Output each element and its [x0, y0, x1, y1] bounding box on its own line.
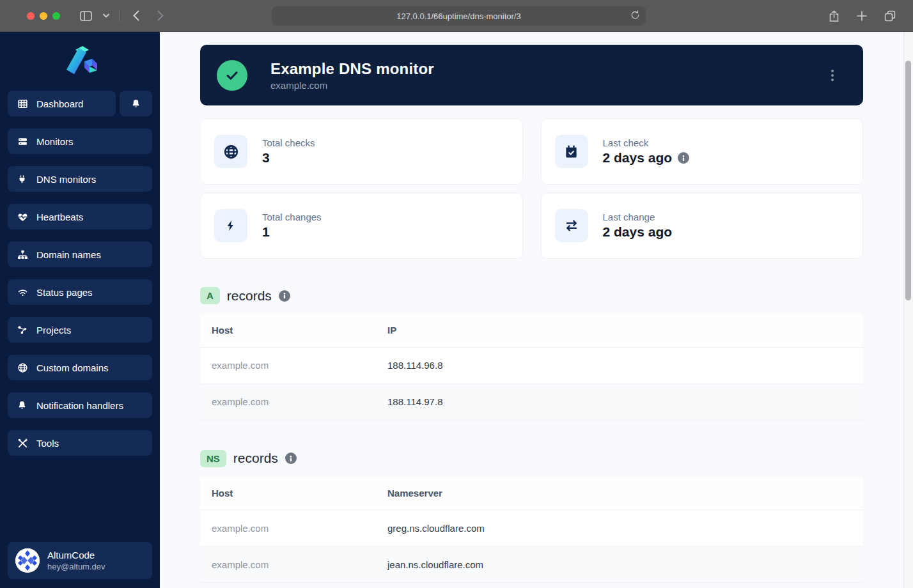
monitor-options-icon[interactable]	[827, 66, 838, 85]
stat-label: Last check	[603, 137, 690, 148]
sidebar-item-domain-names[interactable]: Domain names	[8, 242, 152, 267]
table-row: example.com 188.114.96.8	[200, 347, 863, 383]
stat-label: Total checks	[262, 137, 315, 148]
cell-ip: 188.114.96.8	[376, 347, 863, 383]
wifi-icon	[17, 287, 28, 298]
sidebar-toggle-icon[interactable]	[77, 7, 95, 25]
cell-host: example.com	[200, 383, 376, 420]
stat-card-total-checks: Total checks 3	[200, 118, 523, 185]
server-icon	[17, 136, 28, 147]
sidebar-item-monitors[interactable]: Monitors	[8, 128, 152, 154]
minimize-window-button[interactable]	[40, 12, 47, 20]
column-header-host: Host	[200, 314, 376, 347]
plug-icon	[17, 174, 28, 185]
record-type-badge: A	[200, 287, 220, 304]
browser-toolbar: 127.0.0.1/66uptime/dns-monitor/3	[0, 0, 913, 32]
user-email: hey@altum.dev	[47, 562, 105, 571]
sidebar-item-label: Heartbeats	[36, 212, 83, 222]
calendar-check-icon	[555, 135, 588, 168]
table-row: example.com 188.114.97.8	[200, 383, 863, 420]
scrollbar-thumb[interactable]	[905, 61, 911, 300]
sidebar-item-label: Monitors	[36, 136, 74, 147]
notifications-button[interactable]	[120, 91, 152, 116]
bell-icon	[131, 98, 141, 109]
cell-ip: 188.114.97.8	[376, 383, 863, 420]
stat-value: 2 days ago	[603, 224, 673, 240]
stat-card-last-change: Last change 2 days ago	[541, 192, 864, 259]
forward-button[interactable]	[152, 7, 169, 25]
address-bar-url: 127.0.0.1/66uptime/dns-monitor/3	[396, 12, 520, 21]
info-icon[interactable]	[279, 290, 290, 302]
zoom-window-button[interactable]	[52, 12, 60, 20]
sidebar-item-dns-monitors[interactable]: DNS monitors	[8, 166, 152, 192]
tools-icon	[17, 438, 28, 449]
sidebar-item-tools[interactable]: Tools	[8, 430, 152, 456]
cell-host: example.com	[200, 510, 376, 546]
cell-nameserver: jean.ns.cloudflare.com	[376, 546, 863, 583]
close-window-button[interactable]	[27, 12, 35, 20]
app-window: 127.0.0.1/66uptime/dns-monitor/3	[0, 0, 913, 588]
monitor-title: Example DNS monitor	[270, 60, 434, 78]
user-name: AltumCode	[47, 550, 105, 561]
table-row: example.com greg.ns.cloudflare.com	[200, 510, 863, 546]
records-title: records	[227, 288, 272, 304]
arrows-right-left-icon	[555, 209, 588, 242]
sidebar: Dashboard	[0, 32, 160, 588]
stat-value: 3	[262, 150, 315, 166]
monitor-header-card: Example DNS monitor example.com	[200, 45, 863, 105]
info-icon[interactable]	[678, 152, 689, 164]
a-records-table: Host IP example.com 188.114.96.8 example…	[200, 314, 863, 421]
account-menu[interactable]: AltumCode hey@altum.dev	[8, 542, 152, 579]
new-tab-icon[interactable]	[853, 7, 871, 25]
sidebar-item-notification-handlers[interactable]: Notification handlers	[8, 392, 152, 418]
sidebar-item-label: Projects	[36, 325, 71, 336]
cell-nameserver: greg.ns.cloudflare.com	[376, 510, 863, 546]
share-icon[interactable]	[825, 7, 843, 25]
stat-card-last-check: Last check 2 days ago	[541, 118, 864, 185]
tab-overview-icon[interactable]	[881, 7, 899, 25]
stat-label: Total changes	[262, 212, 322, 222]
ns-records-section: NS records Host Nameserver	[200, 450, 863, 584]
reload-icon[interactable]	[630, 10, 640, 20]
sitemap-icon	[17, 249, 28, 260]
ns-records-table: Host Nameserver example.com greg.ns.clou…	[200, 477, 863, 584]
toolbar-divider	[119, 10, 120, 22]
sidebar-item-label: Tools	[36, 438, 59, 449]
stat-label: Last change	[603, 212, 673, 222]
stat-value: 1	[262, 224, 322, 240]
sidebar-item-dashboard[interactable]: Dashboard	[8, 91, 116, 116]
share-nodes-icon	[17, 325, 28, 336]
chevron-down-icon[interactable]	[101, 7, 111, 25]
column-header-nameserver: Nameserver	[376, 477, 863, 510]
bell-icon	[17, 400, 28, 411]
sidebar-item-status-pages[interactable]: Status pages	[8, 279, 152, 305]
sidebar-item-heartbeats[interactable]: Heartbeats	[8, 204, 152, 229]
globe-icon	[214, 135, 247, 168]
sidebar-item-label: Notification handlers	[36, 400, 123, 411]
back-button[interactable]	[127, 7, 145, 25]
info-icon[interactable]	[285, 453, 297, 464]
grid-icon	[17, 98, 28, 109]
a-records-section: A records Host IP	[200, 287, 863, 421]
window-controls	[27, 12, 60, 20]
sidebar-item-projects[interactable]: Projects	[8, 317, 152, 343]
bolt-icon	[214, 209, 247, 242]
column-header-ip: IP	[376, 314, 863, 347]
avatar	[15, 548, 40, 573]
sidebar-item-label: Status pages	[36, 287, 93, 298]
main-content: Example DNS monitor example.com Total ch…	[160, 32, 913, 588]
app-logo[interactable]	[8, 40, 152, 91]
globe-icon	[17, 362, 28, 373]
stats-grid: Total checks 3 Last check	[200, 118, 863, 259]
sidebar-item-custom-domains[interactable]: Custom domains	[8, 355, 152, 380]
cell-host: example.com	[200, 546, 376, 583]
stat-value: 2 days ago	[603, 150, 673, 166]
stat-card-total-changes: Total changes 1	[200, 192, 523, 259]
sidebar-item-label: Domain names	[36, 249, 101, 260]
monitor-domain: example.com	[270, 80, 434, 91]
scrollbar-track[interactable]	[903, 32, 913, 588]
address-bar[interactable]: 127.0.0.1/66uptime/dns-monitor/3	[272, 6, 646, 26]
cell-host: example.com	[200, 347, 376, 383]
table-row: example.com jean.ns.cloudflare.com	[200, 546, 863, 583]
records-title: records	[233, 451, 278, 466]
